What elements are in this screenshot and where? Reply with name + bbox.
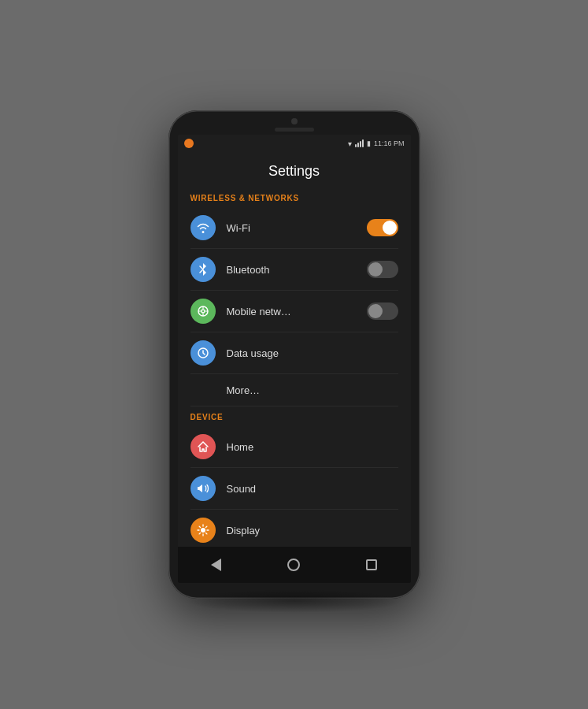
home-icon: [190, 434, 216, 459]
wifi-toggle[interactable]: [367, 219, 398, 236]
section-header-device: DEVICE: [178, 406, 411, 426]
wifi-icon: [190, 215, 216, 240]
more-label: More…: [227, 384, 261, 396]
svg-point-3: [201, 528, 205, 533]
settings-row-display[interactable]: Display: [178, 510, 411, 547]
settings-row-wifi[interactable]: Wi-Fi: [178, 207, 411, 248]
battery-icon: ▮: [367, 139, 371, 147]
wifi-label: Wi-Fi: [227, 222, 367, 234]
status-left: [184, 139, 194, 148]
nav-home-button[interactable]: [279, 551, 308, 579]
signal-icon: [355, 139, 364, 147]
page-title: Settings: [178, 152, 411, 187]
mobile-label: Mobile netw…: [227, 306, 367, 317]
recents-icon: [366, 559, 377, 570]
svg-point-1: [202, 310, 205, 313]
signal-bar-2: [357, 143, 359, 147]
front-camera: [291, 118, 298, 124]
signal-bar-4: [362, 139, 364, 147]
phone-shadow: [184, 589, 405, 613]
signal-bar-3: [360, 141, 361, 147]
bluetooth-toggle[interactable]: [367, 261, 398, 278]
settings-row-bluetooth[interactable]: Bluetooth: [178, 249, 411, 290]
mobile-toggle-knob: [368, 304, 383, 318]
home-label: Home: [227, 441, 398, 453]
status-time: 11:16 PM: [374, 139, 405, 147]
data-usage-label: Data usage: [227, 347, 398, 359]
phone-frame: ▾ ▮ 11:16 PM Settings WIRELESS & NETWORK…: [168, 110, 420, 599]
wifi-status-icon: ▾: [348, 139, 352, 148]
settings-row-sound[interactable]: Sound: [178, 468, 411, 509]
phone-top-bar: [168, 110, 420, 135]
speaker: [275, 128, 314, 132]
bluetooth-toggle-knob: [368, 262, 383, 277]
settings-row-home[interactable]: Home: [178, 426, 411, 467]
mobile-network-icon: [190, 299, 216, 324]
status-bar: ▾ ▮ 11:16 PM: [178, 135, 411, 152]
settings-row-mobile[interactable]: Mobile netw…: [178, 291, 411, 332]
bluetooth-label: Bluetooth: [227, 264, 367, 276]
phone-screen: ▾ ▮ 11:16 PM Settings WIRELESS & NETWORK…: [178, 135, 411, 583]
nav-recents-button[interactable]: [357, 551, 386, 579]
status-right: ▾ ▮ 11:16 PM: [348, 139, 405, 148]
bluetooth-icon: [190, 257, 216, 282]
display-label: Display: [227, 525, 398, 536]
mobile-toggle[interactable]: [367, 303, 398, 320]
sound-label: Sound: [227, 483, 398, 495]
sound-icon: [190, 476, 216, 501]
nav-bar: [178, 547, 411, 583]
notification-dot: [184, 139, 194, 148]
signal-bar-1: [355, 144, 357, 147]
wifi-toggle-knob: [383, 221, 397, 235]
back-icon: [211, 559, 221, 571]
nav-back-button[interactable]: [202, 551, 231, 579]
settings-scroll-area[interactable]: Settings WIRELESS & NETWORKS Wi-Fi: [178, 152, 411, 547]
more-row[interactable]: More…: [178, 374, 411, 406]
settings-row-data[interactable]: Data usage: [178, 332, 411, 373]
data-usage-icon: [190, 340, 216, 366]
display-icon: [190, 518, 216, 543]
home-nav-icon: [287, 559, 300, 571]
section-header-wireless: WIRELESS & NETWORKS: [178, 187, 411, 207]
